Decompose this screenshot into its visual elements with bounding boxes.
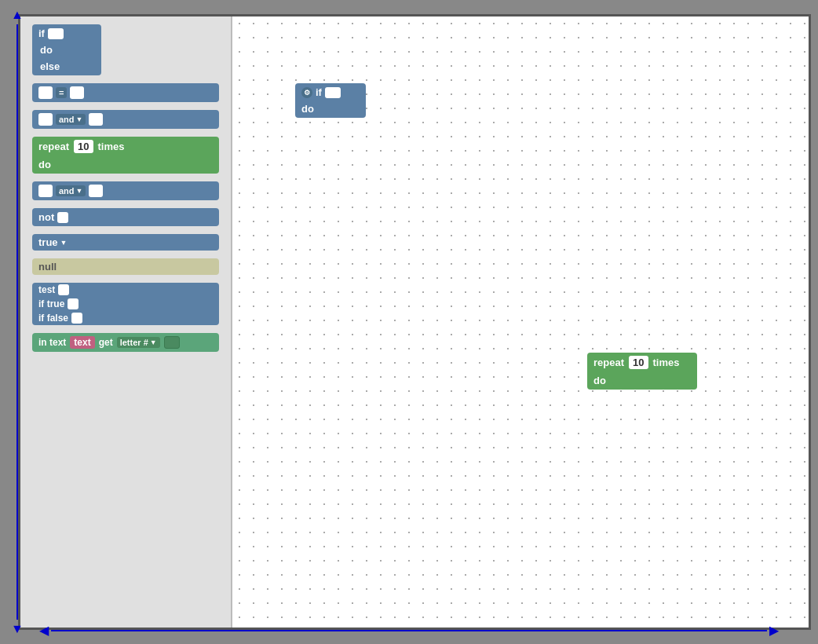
and2-dropdown-arrow: ▼ — [76, 187, 83, 195]
canvas-repeat-do: do — [593, 375, 606, 386]
ternary-iffalse-slot — [71, 313, 82, 324]
and-label-2: and — [59, 186, 75, 196]
bottom-arrow-line — [51, 630, 767, 631]
and-block-1[interactable]: and ▼ — [32, 110, 219, 129]
compare-slot-right — [70, 86, 84, 99]
compare-slot-left — [38, 86, 53, 99]
canvas-do-arm — [319, 104, 338, 115]
ternary-block[interactable]: test if true if false — [32, 283, 219, 325]
ternary-iftrue-label: if true — [38, 298, 64, 309]
canvas-repeat-times: times — [653, 357, 680, 368]
repeat-times-sidebar: times — [98, 141, 125, 152]
canvas-repeat-label: repeat — [593, 357, 624, 368]
canvas-if-label: if — [316, 86, 322, 98]
repeat-block-sidebar[interactable]: repeat 10 times do — [32, 137, 219, 174]
not-slot — [57, 212, 68, 223]
compare-block[interactable]: = — [32, 83, 219, 102]
left-arrow-line — [16, 24, 18, 620]
canvas-if-socket — [325, 87, 341, 98]
up-arrow-icon: ▲ — [11, 8, 24, 22]
ternary-test-slot — [58, 284, 69, 295]
down-arrow-icon: ▼ — [11, 622, 24, 636]
if-do-else-block[interactable]: if do else — [32, 24, 101, 75]
repeat-label-sidebar: repeat — [38, 141, 69, 152]
true-block[interactable]: true ▼ — [32, 234, 219, 251]
canvas-repeat-arm — [612, 374, 636, 386]
and-block-2[interactable]: and ▼ — [32, 181, 219, 200]
do-label: do — [40, 44, 53, 56]
if-label: if — [38, 27, 45, 39]
repeat-do-sidebar: do — [38, 159, 51, 170]
ternary-iftrue-slot — [68, 298, 79, 309]
canvas-do-label: do — [301, 103, 314, 115]
and-slot-left — [38, 113, 53, 126]
canvas-if-block[interactable]: ⚙ if do — [295, 83, 366, 118]
and2-slot-right — [89, 185, 103, 197]
not-label: not — [38, 211, 54, 223]
repeat-num-sidebar[interactable]: 10 — [74, 140, 93, 153]
true-label: true — [38, 236, 58, 248]
and-dropdown[interactable]: and ▼ — [56, 114, 86, 125]
text-get-block[interactable]: in text text get letter # ▼ — [32, 333, 219, 352]
do-arm — [57, 45, 76, 56]
null-label: null — [38, 261, 57, 273]
left-arrow-icon: ◀ — [39, 623, 49, 638]
if-socket — [48, 28, 64, 39]
else-arm — [64, 61, 83, 72]
true-dropdown-arrow: ▼ — [60, 239, 68, 247]
text-get-in-text-label: in text — [38, 337, 66, 348]
else-label: else — [40, 60, 60, 72]
text-get-dropdown[interactable]: letter # ▼ — [117, 337, 160, 348]
compare-op: = — [56, 87, 67, 98]
text-get-dropdown-label: letter # — [120, 338, 148, 347]
text-get-dropdown-arrow: ▼ — [150, 338, 157, 346]
and-slot-right — [89, 113, 103, 126]
block-palette: if do else = and ▼ — [20, 16, 232, 628]
text-slot-label: text — [74, 337, 90, 348]
canvas-repeat-num[interactable]: 10 — [629, 356, 648, 369]
right-arrow-icon: ▶ — [769, 623, 779, 638]
text-slot[interactable]: text — [70, 336, 94, 349]
repeat-arm-sidebar — [57, 158, 81, 170]
and-label-1: and — [59, 115, 75, 124]
gear-icon[interactable]: ⚙ — [301, 87, 312, 98]
and-dropdown-arrow: ▼ — [76, 115, 83, 123]
workspace-canvas[interactable]: ⚙ if do repeat 10 times do — [232, 16, 809, 628]
and2-dropdown[interactable]: and ▼ — [56, 185, 86, 196]
canvas-repeat-block[interactable]: repeat 10 times do — [587, 353, 697, 390]
and2-slot-left — [38, 185, 53, 197]
ternary-iffalse-label: if false — [38, 313, 68, 324]
not-block[interactable]: not — [32, 208, 219, 226]
text-get-end-slot — [164, 336, 180, 349]
null-block[interactable]: null — [32, 258, 219, 275]
text-get-get-label: get — [99, 337, 113, 348]
ternary-test-label: test — [38, 284, 55, 295]
